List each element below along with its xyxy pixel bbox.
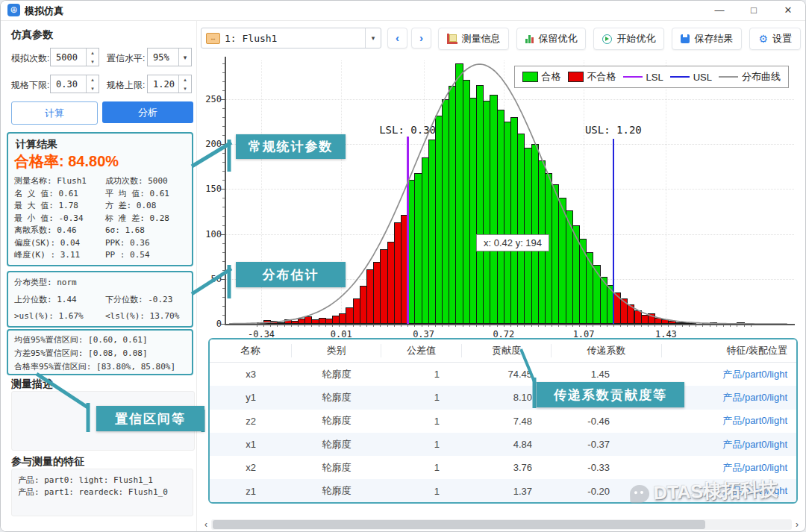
confidence-panel: 均值95%置信区间: [0.60, 0.61]方差95%置信区间: [0.08,… xyxy=(7,329,193,375)
table-cell: 1 xyxy=(381,416,462,427)
table-cell: x3 xyxy=(210,369,292,380)
scroll-left-icon[interactable]: ‹ xyxy=(201,519,211,531)
spinner-arrows[interactable]: ▴▾ xyxy=(178,75,191,93)
col-header-contribution[interactable]: 贡献度 xyxy=(462,344,552,357)
chevron-down-icon[interactable]: ▾ xyxy=(178,48,191,66)
callout-coefficient: 传递系数贡献度等 xyxy=(537,382,684,407)
table-cell: -0.46 xyxy=(552,416,662,427)
close-icon[interactable]: ✕ xyxy=(771,1,805,20)
callout-stats: 常规统计参数 xyxy=(236,134,346,159)
features-box: 产品: part0: light: Flush1_1产品: part1: rea… xyxy=(11,469,193,516)
table-row[interactable]: x2轮廓度13.76-0.33产品/part0/light xyxy=(210,456,796,479)
table-cell: 1 xyxy=(381,486,462,497)
callout-distribution: 分布估计 xyxy=(236,262,346,287)
table-cell: 4.84 xyxy=(462,439,552,450)
table-cell: z1 xyxy=(210,486,292,497)
save-results-button[interactable]: 保存结果 xyxy=(672,28,742,50)
confidence-line: 合格率95%置信区间: [83.80%, 85.80%] xyxy=(14,360,189,374)
feature-line: 产品: part0: light: Flush1_1 xyxy=(18,475,187,486)
table-cell: 轮廓度 xyxy=(292,391,381,404)
position-link[interactable]: 产品/part0/light xyxy=(662,414,796,428)
confidence-lines: 均值95%置信区间: [0.60, 0.61]方差95%置信区间: [0.08,… xyxy=(14,334,189,374)
table-cell: 轮廓度 xyxy=(292,414,381,428)
app-icon: ⊕ xyxy=(7,4,20,16)
bar-chart-icon xyxy=(525,34,534,43)
stat-row: 峰度(K) : 3.11PP : 0.54 xyxy=(14,249,189,262)
table-cell: 轮廓度 xyxy=(292,461,381,475)
table-row[interactable]: x1轮廓度14.84-0.37产品/part0/light xyxy=(210,433,796,456)
usl-label: USL: 1.20 xyxy=(585,124,642,136)
measurement-value: 1: Flush1 xyxy=(225,33,365,44)
y-axis-label: 100 xyxy=(201,229,222,240)
spec-upper-input[interactable]: 1.20 ▴▾ xyxy=(147,75,192,93)
next-measurement-button[interactable]: › xyxy=(411,28,431,48)
chevron-down-icon[interactable]: ▾ xyxy=(365,28,381,48)
table-cell: 1.37 xyxy=(462,486,552,497)
table-row[interactable]: z2轮廓度17.48-0.46产品/part0/light xyxy=(210,410,796,433)
col-header-tolerance[interactable]: 公差值 xyxy=(381,344,462,357)
table-cell: 1.45 xyxy=(552,369,662,380)
table-cell: 轮廓度 xyxy=(292,438,381,451)
save-icon xyxy=(681,34,690,43)
scroll-right-icon[interactable]: › xyxy=(792,519,802,531)
col-header-type[interactable]: 类别 xyxy=(292,344,381,357)
position-link[interactable]: 产品/part0/light xyxy=(662,438,796,451)
y-axis xyxy=(225,57,226,324)
sidebar: 仿真参数 模拟次数: 5000 ▴▾ 置信水平: 95% ▾ 规格下限: 0.3… xyxy=(1,21,196,531)
table-cell: 1 xyxy=(381,439,462,450)
y-axis-label: 0 xyxy=(201,319,222,329)
minimize-icon[interactable]: — xyxy=(702,1,737,20)
y-axis-label: 200 xyxy=(201,139,222,149)
watermark: DTAS棣拓科技 xyxy=(629,477,778,507)
callout-confidence: 置信区间等 xyxy=(96,406,204,431)
confidence-level-select[interactable]: 95% ▾ xyxy=(147,48,192,66)
measure-desc-heading: 测量描述 xyxy=(11,378,53,391)
feature-line: 产品: part1: reardeck: Flush1_0 xyxy=(18,486,187,498)
spec-lower-label: 规格下限: xyxy=(11,79,49,92)
spinner-arrows[interactable]: ▴▾ xyxy=(86,75,99,93)
spec-lower-input[interactable]: 0.30 ▴▾ xyxy=(50,75,99,93)
calculate-button[interactable]: 计算 xyxy=(11,101,98,125)
col-header-position[interactable]: 特征/装配位置 xyxy=(662,344,796,357)
table-row[interactable]: x3轮廓度174.451.45产品/part0/light xyxy=(210,363,796,386)
measure-info-button[interactable]: 测量信息 xyxy=(438,28,509,50)
window-title: 模拟仿真 xyxy=(25,4,63,18)
col-header-name[interactable]: 名称 xyxy=(210,344,292,357)
stat-row: 偏度(SK): 0.04PPK: 0.36 xyxy=(14,237,189,250)
usl-line xyxy=(613,139,615,324)
settings-button[interactable]: ⚙ 设置 xyxy=(749,28,801,50)
table-cell: z2 xyxy=(210,416,292,427)
stat-row: >usl(%): 1.67%<lsl(%): 13.70% xyxy=(14,308,189,325)
stat-row: 上分位数: 1.44下分位数: -0.23 xyxy=(14,292,189,308)
distribution-stats: 上分位数: 1.44下分位数: -0.23>usl(%): 1.67%<lsl(… xyxy=(14,292,189,325)
scrollbar-track[interactable] xyxy=(211,519,792,530)
measurement-select[interactable]: ↔ 1: Flush1 ▾ xyxy=(201,28,381,48)
maximize-icon[interactable]: □ xyxy=(737,1,771,20)
spinner-arrows[interactable]: ▴▾ xyxy=(86,48,99,66)
y-axis-label: 150 xyxy=(201,184,222,194)
table-header: 名称 类别 公差值 贡献度 传递系数 特征/装配位置 xyxy=(210,339,796,363)
watermark-text: DTAS棣拓科技 xyxy=(653,477,778,506)
histogram-chart: 050100150200250-0.340.010.370.721.071.43… xyxy=(201,57,802,333)
toolbar: ↔ 1: Flush1 ▾ ‹ › 测量信息 保留优化 开始优化 保存结果 xyxy=(201,25,801,51)
position-link[interactable]: 产品/part0/light xyxy=(662,461,796,475)
confidence-line: 均值95%置信区间: [0.60, 0.61] xyxy=(14,334,189,347)
results-stats: 测量名称: Flush1成功次数: 5000名 义 值: 0.61平 均 值: … xyxy=(14,175,189,262)
position-link[interactable]: 产品/part0/light xyxy=(662,368,796,381)
features-heading: 参与测量的特征 xyxy=(11,455,84,469)
start-optimization-button[interactable]: 开始优化 xyxy=(593,28,664,50)
measure-info-icon xyxy=(447,34,457,44)
sim-count-input[interactable]: 5000 ▴▾ xyxy=(50,48,99,66)
table-cell: 1 xyxy=(381,392,462,403)
gridline xyxy=(666,60,666,324)
title-bar: ⊕ 模拟仿真 — □ ✕ xyxy=(1,1,805,21)
table-row[interactable]: y1轮廓度18.10产品/part0/light xyxy=(210,386,796,409)
scrollbar-thumb[interactable] xyxy=(213,520,705,529)
analyze-button[interactable]: 分析 xyxy=(102,101,193,123)
table-cell: 3.76 xyxy=(462,462,552,473)
prev-measurement-button[interactable]: ‹ xyxy=(387,28,407,48)
keep-optimization-button[interactable]: 保留优化 xyxy=(516,28,586,50)
col-header-coefficient[interactable]: 传递系数 xyxy=(552,344,662,357)
horizontal-scrollbar[interactable]: ‹ › xyxy=(201,519,802,531)
table-cell: 1 xyxy=(381,369,462,380)
